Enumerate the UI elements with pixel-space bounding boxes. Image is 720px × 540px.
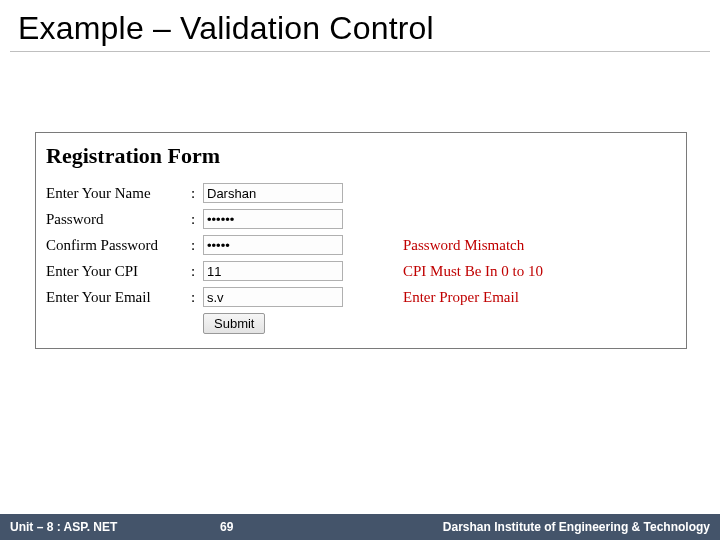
error-cpi: CPI Must Be In 0 to 10 bbox=[403, 263, 676, 280]
row-cpi: Enter Your CPI : CPI Must Be In 0 to 10 bbox=[46, 261, 676, 281]
submit-row: Submit bbox=[203, 313, 676, 334]
error-confirm-password: Password Mismatch bbox=[403, 237, 676, 254]
submit-button[interactable]: Submit bbox=[203, 313, 265, 334]
title-underline bbox=[10, 51, 710, 52]
footer-page: 69 bbox=[0, 520, 720, 534]
confirm-password-input[interactable] bbox=[203, 235, 343, 255]
form-heading: Registration Form bbox=[46, 143, 676, 169]
row-name: Enter Your Name : bbox=[46, 183, 676, 203]
row-password: Password : bbox=[46, 209, 676, 229]
colon: : bbox=[191, 289, 203, 306]
colon: : bbox=[191, 211, 203, 228]
colon: : bbox=[191, 263, 203, 280]
colon: : bbox=[191, 237, 203, 254]
cpi-input[interactable] bbox=[203, 261, 343, 281]
registration-form-box: Registration Form Enter Your Name : Pass… bbox=[35, 132, 687, 349]
name-input[interactable] bbox=[203, 183, 343, 203]
label-password: Password bbox=[46, 211, 191, 228]
row-email: Enter Your Email : Enter Proper Email bbox=[46, 287, 676, 307]
password-input[interactable] bbox=[203, 209, 343, 229]
error-email: Enter Proper Email bbox=[403, 289, 676, 306]
slide: Example – Validation Control Registratio… bbox=[0, 0, 720, 540]
label-name: Enter Your Name bbox=[46, 185, 191, 202]
label-email: Enter Your Email bbox=[46, 289, 191, 306]
label-cpi: Enter Your CPI bbox=[46, 263, 191, 280]
slide-title: Example – Validation Control bbox=[0, 0, 720, 51]
footer: Unit – 8 : ASP. NET 69 Darshan Institute… bbox=[0, 514, 720, 540]
email-input[interactable] bbox=[203, 287, 343, 307]
row-confirm-password: Confirm Password : Password Mismatch bbox=[46, 235, 676, 255]
label-confirm-password: Confirm Password bbox=[46, 237, 191, 254]
colon: : bbox=[191, 185, 203, 202]
